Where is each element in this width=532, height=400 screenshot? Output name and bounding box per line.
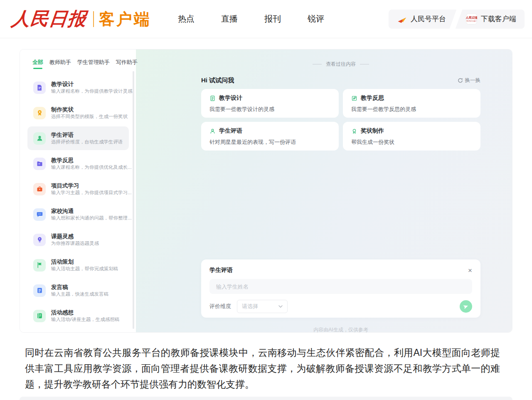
- refresh-icon: [458, 78, 463, 83]
- card-desc: 帮我生成一份奖状: [351, 138, 472, 146]
- card-title: 教学设计: [219, 94, 242, 102]
- item-title: 项目式学习: [51, 183, 132, 189]
- assistant-main: 查看过往内容 Hi 试试问我 换一换 教学设计 我需要一些教学设计的灵感: [136, 49, 512, 332]
- nav-item-hot[interactable]: 热点: [178, 13, 195, 25]
- sidebar-item-partial[interactable]: [20, 328, 136, 333]
- item-title: 制作奖状: [51, 107, 128, 113]
- note-icon: [351, 95, 357, 101]
- download-client-button[interactable]: 人民日报 PEOPLE'S DAILY 下载客户端: [458, 10, 525, 29]
- send-button[interactable]: [460, 300, 472, 313]
- sidebar-item-topic-inspiration[interactable]: 课题灵感 为你推荐课题选题灵感: [20, 227, 136, 252]
- item-desc: 输入想和家长沟通的问题，帮你整理...: [51, 216, 132, 221]
- greeting-row: Hi 试试问我 换一换: [201, 77, 480, 84]
- tab-all[interactable]: 全部: [32, 59, 43, 69]
- sidebar-scrollbar[interactable]: [133, 71, 134, 329]
- svg-text:人民日报: 人民日报: [466, 16, 477, 20]
- tab-writing-assistant[interactable]: 写作助手: [116, 59, 138, 66]
- article-paragraph: 同时在云南省教育公共服务平台的教师备授课模块中，云南移动与生态伙伴紧密配合，利用…: [25, 345, 500, 392]
- item-title: 教学设计: [51, 81, 133, 87]
- item-title: 课题灵感: [51, 234, 99, 240]
- people-platform-label: 人民号平台: [411, 14, 446, 24]
- item-desc: 选择不同类型的模版，生成一份奖状: [51, 114, 128, 119]
- card-student-comment[interactable]: 学生评语 针对周星星最近的表现，写一份评语: [201, 122, 339, 151]
- item-title: 发言稿: [51, 284, 108, 290]
- nav-item-live[interactable]: 直播: [221, 13, 238, 25]
- refresh-label: 换一换: [465, 77, 481, 84]
- nav-item-commentary[interactable]: 锐评: [308, 13, 324, 25]
- item-desc: 输入活动主题，帮你完成策划稿: [51, 267, 118, 272]
- bulb-icon: [33, 234, 46, 246]
- sidebar-item-event-thoughts[interactable]: 活动感想 输入活动/讲座主题，生成感想稿: [20, 303, 136, 328]
- refresh-button[interactable]: 换一换: [458, 77, 481, 84]
- sidebar-item-teaching-reflection[interactable]: 教学反思 输入课程名称，为你提供优化及成长...: [20, 151, 136, 176]
- card-desc: 针对周星星最近的表现，写一份评语: [209, 138, 330, 146]
- card-title: 奖状制作: [361, 127, 384, 135]
- view-history-label: 查看过往内容: [326, 61, 356, 68]
- item-desc: 输入主题，快速生成发言稿: [51, 292, 108, 297]
- sidebar-item-make-award[interactable]: 制作奖状 选择不同类型的模版，生成一份奖状: [20, 100, 136, 126]
- people-daily-app-icon: 人民日报 PEOPLE'S DAILY: [466, 13, 477, 25]
- close-icon[interactable]: ×: [468, 267, 472, 274]
- greeting-title: Hi 试试问我: [201, 77, 234, 84]
- document-icon: [209, 95, 216, 101]
- sidebar-item-list: 教学设计 输入课程名称，为你提供教学设计灵感 制作奖状 选择不同类型的模版，生成…: [20, 75, 136, 333]
- person-icon: [33, 132, 46, 145]
- item-title: 学生评语: [51, 132, 123, 138]
- panel-title: 学生评语: [209, 267, 233, 274]
- ai-disclaimer: 内容由AI生成，仅供参考: [201, 326, 480, 333]
- people-daily-logo[interactable]: 人民日报 客户端: [12, 10, 151, 28]
- medal-icon: [33, 107, 46, 119]
- view-history-link[interactable]: 查看过往内容: [201, 61, 480, 68]
- sidebar-item-project-learning[interactable]: 项目式学习 输入学习主题，为你提供项目式学习...: [20, 176, 136, 202]
- item-desc: 选择评价维度，自动生成学生评语: [51, 140, 123, 145]
- people-platform-button[interactable]: 人民号平台: [389, 10, 454, 29]
- student-comment-panel: 学生评语 × 评价维度 请选择: [201, 259, 480, 318]
- card-title: 教学反思: [361, 94, 384, 102]
- flag-icon: [33, 259, 46, 272]
- person-icon: [209, 128, 216, 134]
- card-desc: 我需要一些教学反思的灵感: [351, 106, 472, 113]
- sidebar-tabs: 全部 教师助手 学生管理助手 写作助手: [20, 59, 136, 69]
- logo-client-text: 客户端: [99, 11, 151, 27]
- suggestion-cards: 教学设计 我需要一些教学设计的灵感 教学反思 我需要一些教学反思的灵感: [201, 89, 480, 151]
- card-teaching-design[interactable]: 教学设计 我需要一些教学设计的灵感: [201, 89, 339, 118]
- student-name-input[interactable]: [209, 279, 472, 294]
- tab-teacher-assistant[interactable]: 教师助手: [49, 59, 71, 66]
- dash-right: [360, 64, 369, 64]
- app-screenshot-frame: 全部 教师助手 学生管理助手 写作助手 教学设计 输入课程名称，为你提供教学设计…: [20, 49, 512, 333]
- paper-plane-icon: [463, 304, 469, 309]
- assistant-sidebar: 全部 教师助手 学生管理助手 写作助手 教学设计 输入课程名称，为你提供教学设计…: [20, 49, 136, 332]
- sidebar-item-student-comment[interactable]: 学生评语 选择评价维度，自动生成学生评语: [20, 126, 136, 151]
- header-actions: 人民号平台 人民日报 PEOPLE'S DAILY 下载客户端: [389, 10, 525, 29]
- item-title: 家校沟通: [51, 208, 132, 214]
- sidebar-item-event-planning[interactable]: 活动策划 输入活动主题，帮你完成策划稿: [20, 252, 136, 278]
- briefcase-icon: [33, 183, 46, 195]
- logo-divider: [93, 11, 94, 27]
- chat-icon: [33, 208, 46, 221]
- notebook-icon: [33, 310, 46, 322]
- card-award-making[interactable]: 奖状制作 帮我生成一份奖状: [343, 122, 480, 151]
- speech-doc-icon: [33, 284, 46, 297]
- card-desc: 我需要一些教学设计的灵感: [209, 106, 330, 113]
- dimension-label: 评价维度: [209, 303, 231, 310]
- folder-icon: [33, 158, 46, 170]
- item-desc: 输入学习主题，为你提供项目式学习...: [51, 190, 132, 195]
- card-title: 学生评语: [219, 127, 242, 135]
- item-title: 教学反思: [51, 158, 132, 163]
- sidebar-item-speech-draft[interactable]: 发言稿 输入主题，快速生成发言稿: [20, 278, 136, 303]
- next-screenshot-edge: [20, 397, 512, 400]
- sidebar-item-home-school[interactable]: 家校沟通 输入想和家长沟通的问题，帮你整理...: [20, 202, 136, 227]
- logo-calligraphy-text: 人民日报: [11, 10, 88, 28]
- nav-item-newspaper[interactable]: 报刊: [264, 13, 281, 25]
- tab-student-management[interactable]: 学生管理助手: [77, 59, 110, 66]
- item-desc: 输入课程名称，为你提供优化及成长...: [51, 165, 132, 170]
- sidebar-item-teaching-design[interactable]: 教学设计 输入课程名称，为你提供教学设计灵感: [20, 75, 136, 100]
- card-teaching-reflection[interactable]: 教学反思 我需要一些教学反思的灵感: [343, 89, 480, 118]
- medal-icon: [351, 128, 357, 134]
- select-placeholder: 请选择: [242, 303, 258, 310]
- site-header: 人民日报 客户端 热点 直播 报刊 锐评 人民号平台 人民日报 PEOP: [0, 0, 532, 38]
- chevron-down-icon: [278, 305, 283, 308]
- svg-text:PEOPLE'S DAILY: PEOPLE'S DAILY: [467, 20, 477, 22]
- dash-left: [313, 64, 322, 64]
- dimension-select[interactable]: 请选择: [237, 300, 288, 313]
